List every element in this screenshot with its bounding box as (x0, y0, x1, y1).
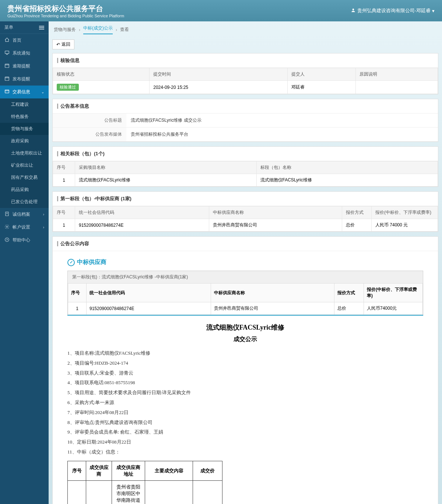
sub-engineering[interactable]: 工程建设 (0, 98, 49, 111)
nav-label: 发布提醒 (13, 76, 30, 82)
th: 核验状态 (53, 68, 150, 81)
th: 报价方式 (342, 206, 372, 219)
chevron-down-icon: ▾ (432, 8, 435, 14)
th: 序号 (53, 161, 75, 174)
supplier-box: 第一标段(包)：流式细胞仪FACSLyric维修 -中标供应商(1家) 序号 统… (67, 271, 423, 315)
cell: 人民币 74000 元 (372, 219, 438, 232)
info-value: 流式细胞仪FACSLyric维修 成交公示 (126, 114, 438, 127)
list-item: 9、评审委员会成员名单: 俞红、石家瑾、王娟 (67, 427, 423, 437)
list-item: 1、项目名称:流式细胞仪FACSLyric维修 (67, 348, 423, 358)
monitor-icon (4, 50, 10, 56)
crumb-sep: › (116, 27, 117, 32)
cell-supplier-link[interactable]: 贵州井邑商贸有限公司 (86, 480, 112, 504)
supplier-box-title: 第一标段(包)：流式细胞仪FACSLyric维修 -中标供应商(1家) (68, 271, 423, 283)
sub-mining[interactable]: 矿业权出让 (0, 159, 49, 171)
table-row: 核验通过 2024-09-20 15:25 邓廷睿 (53, 81, 438, 94)
table-row: 1 91520900078486274E 贵州井邑商贸有限公司 总价 人民币 7… (53, 219, 438, 232)
table-row: 1 贵州井邑商贸有限公司 贵州省贵阳市南明区中华南路街道都司路与博爱路交口鸿灵纽… (68, 480, 222, 504)
cell: 1 (68, 302, 87, 315)
svg-rect-4 (5, 90, 9, 93)
announcement-body: 流式细胞仪FACSLyric维修 成交公示 1、项目名称:流式细胞仪FACSLy… (67, 316, 423, 504)
platform-title: 贵州省招标投标公共服务平台 (7, 4, 124, 14)
nav-account[interactable]: 帐户设置 › (0, 221, 49, 234)
calendar-icon (4, 63, 10, 69)
winner-table: 序号 统一社会信用代码 中标供应商名称 报价方式 报价(中标价、下浮率或费率) … (53, 206, 438, 232)
th: 序号 (68, 284, 87, 302)
th: 报价方式 (334, 284, 364, 302)
crumb-goods[interactable]: 货物与服务 (54, 27, 76, 33)
main-content: 货物与服务 › 中标(成交)公示 › 查看 ↶ 返回 核验信息 核验状态 提交时… (49, 21, 442, 504)
cell: 总价 (334, 302, 364, 315)
sub-state[interactable]: 国有产权交易 (0, 171, 49, 184)
sub-land[interactable]: 土地使用权出让 (0, 147, 49, 159)
cell: 人民币74000元 (364, 302, 423, 315)
cell: 91520900078486274E (75, 219, 209, 232)
verify-panel: 核验信息 核验状态 提交时间 提交人 原因说明 核验通过 2024-09-20 … (52, 53, 438, 94)
nav-sub-list: 工程建设 特色服务 货物与服务 政府采购 土地使用权出让 矿业权出让 国有产权交… (0, 98, 49, 208)
nav-label: 交易信息 (13, 89, 30, 95)
svg-rect-2 (5, 64, 9, 67)
cell: 贵州井邑商贸有限公司 (211, 302, 334, 315)
th: 中标供应商名称 (209, 206, 342, 219)
panel-title: 核验信息 (60, 57, 80, 64)
info-row: 公告发布媒体 贵州省招标投标公共服务平台 (53, 128, 438, 142)
svg-point-0 (352, 8, 354, 10)
home-icon (4, 37, 10, 44)
th: 统一社会信用代码 (87, 284, 211, 302)
panel-title: 相关标段（包）(1个) (60, 150, 105, 157)
th: 原因说明 (355, 68, 438, 81)
user-menu[interactable]: 贵州弘典建设咨询有限公司-邓廷睿 ▾ (351, 7, 435, 14)
nav-label: 帐户设置 (13, 224, 30, 230)
panel-title: 公告公示内容 (60, 240, 89, 247)
cell-price: 74000.00元 (193, 480, 222, 504)
th: 提交时间 (150, 68, 288, 81)
nav-label: 首页 (13, 37, 21, 44)
cell: 流式细胞仪FACSLyric维修 (75, 174, 257, 187)
back-label: 返回 (62, 41, 70, 48)
cell: 91520900078486274E (87, 302, 211, 315)
crumb-announcement[interactable]: 中标(成交)公示 (83, 25, 113, 34)
nav-help[interactable]: 帮助中心 (0, 234, 49, 247)
back-icon: ↶ (56, 42, 60, 47)
folder-icon (4, 89, 10, 95)
chevron-right-icon: › (43, 212, 44, 216)
cell: 流式细胞仪FACSLyric维修 (256, 174, 438, 187)
nav-home[interactable]: 首页 (0, 34, 49, 47)
file-icon (4, 211, 10, 218)
user-name: 贵州弘典建设咨询有限公司-邓廷睿 (357, 7, 431, 14)
nav-label: 帮助中心 (13, 237, 30, 243)
crumb-view[interactable]: 查看 (120, 27, 129, 33)
breadcrumb: 货物与服务 › 中标(成交)公示 › 查看 (52, 21, 438, 38)
announcement-title: 流式细胞仪FACSLyric维修 (67, 323, 423, 332)
cell: 流式细胞仪FACSLyric维修 (145, 480, 193, 504)
supplier-table: 序号 统一社会信用代码 中标供应商名称 报价方式 报价(中标价、下浮率或费率) … (68, 283, 423, 315)
cell-person: 邓廷睿 (288, 81, 356, 94)
th: 成交供应商 (86, 461, 112, 480)
th: 成交供应商地址 (112, 461, 145, 480)
table-row: 1 91520900078486274E 贵州井邑商贸有限公司 总价 人民币74… (68, 302, 423, 315)
th: 主要成交内容 (145, 461, 193, 480)
list-item: 3、项目联系人:宋金委、游青云 (67, 368, 423, 378)
sub-published[interactable]: 已发公告处理 (0, 196, 49, 208)
calendar-icon (4, 76, 10, 82)
nav-transaction[interactable]: 交易信息 ⌄ (0, 86, 49, 98)
svg-rect-3 (5, 77, 9, 80)
list-item: 5、项目用途、简要技术要求及合同履行日期:详见采购文件 (67, 388, 423, 398)
sub-gov[interactable]: 政府采购 (0, 135, 49, 147)
menu-label: 菜单 (4, 24, 13, 31)
back-button[interactable]: ↶ 返回 (52, 39, 74, 49)
announcement-subtitle: 成交公示 (67, 336, 423, 343)
nav-notifications[interactable]: 系统通知 (0, 47, 49, 60)
th: 序号 (68, 461, 86, 480)
sub-special[interactable]: 特色服务 (0, 111, 49, 123)
hamburger-icon[interactable] (39, 26, 44, 29)
sub-goods[interactable]: 货物与服务 (0, 123, 49, 135)
nav-overdue[interactable]: 逾期提醒 (0, 60, 49, 73)
cell: 贵州省贵阳市南明区中华南路街道都司路与博爱路交口鸿灵纽约道都司路与博爱路交口鸿灵… (112, 480, 145, 504)
nav-credit[interactable]: 诚信档案 › (0, 208, 49, 221)
nav-publish[interactable]: 发布提醒 (0, 73, 49, 86)
sub-medicine[interactable]: 药品采购 (0, 184, 49, 196)
nav-label: 诚信档案 (13, 211, 30, 218)
list-item: 6、采购方式:单一来源 (67, 398, 423, 408)
chevron-right-icon: › (43, 225, 44, 229)
